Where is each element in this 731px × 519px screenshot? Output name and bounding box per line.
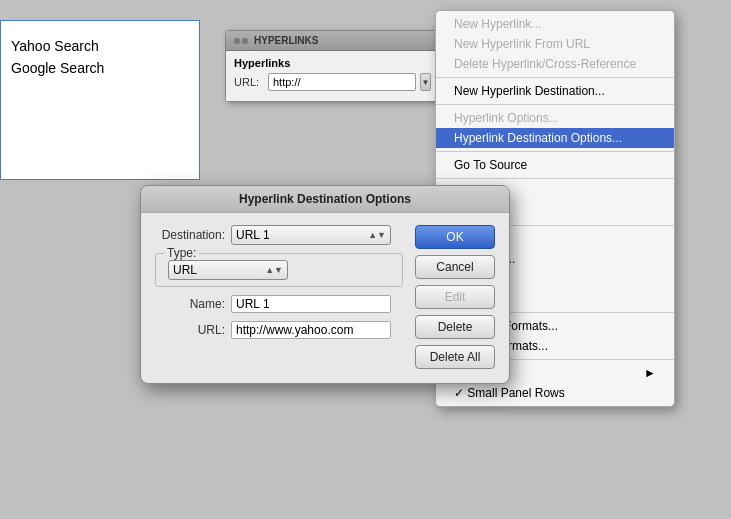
- panel-body: Hyperlinks URL: ▼: [226, 51, 439, 101]
- panel-url-label: URL:: [234, 76, 264, 88]
- type-legend-label: Type:: [164, 246, 199, 260]
- panel-title: HYPERLINKS: [254, 35, 318, 46]
- cancel-label: Cancel: [436, 260, 473, 274]
- dialog-form: Destination: URL 1 ▲▼ Type: URL ▲▼ Name:: [155, 225, 403, 369]
- menu-item-new-hyperlink[interactable]: New Hyperlink...: [436, 14, 674, 34]
- edit-label: Edit: [445, 290, 466, 304]
- menu-divider-4: [436, 178, 674, 179]
- delete-button[interactable]: Delete: [415, 315, 495, 339]
- panel-select-arrow[interactable]: ▼: [420, 73, 431, 91]
- ok-button[interactable]: OK: [415, 225, 495, 249]
- dialog-destination-arrows: ▲▼: [368, 231, 386, 240]
- doc-line-2: Google Search: [11, 57, 189, 79]
- dialog-name-label: Name:: [155, 297, 225, 311]
- menu-check-icon: ✓: [454, 386, 467, 400]
- menu-divider-2: [436, 104, 674, 105]
- type-group: Type: URL ▲▼: [155, 253, 403, 287]
- submenu-arrow-icon: ►: [644, 366, 656, 380]
- panel-dot-2: [242, 38, 248, 44]
- delete-all-label: Delete All: [430, 350, 481, 364]
- type-select[interactable]: URL ▲▼: [168, 260, 288, 280]
- menu-divider-1: [436, 77, 674, 78]
- menu-item-new-hyperlink-url[interactable]: New Hyperlink From URL: [436, 34, 674, 54]
- hyperlinks-panel: HYPERLINKS Hyperlinks URL: ▼: [225, 30, 440, 102]
- menu-item-new-destination[interactable]: New Hyperlink Destination...: [436, 81, 674, 101]
- menu-divider-3: [436, 151, 674, 152]
- document-content: Yahoo Search Google Search: [1, 21, 199, 94]
- dialog-buttons: OK Cancel Edit Delete Delete All: [415, 225, 495, 369]
- ok-label: OK: [446, 230, 463, 244]
- edit-button[interactable]: Edit: [415, 285, 495, 309]
- menu-item-small-panel-rows[interactable]: ✓ Small Panel Rows: [436, 383, 674, 403]
- type-row: URL ▲▼: [164, 260, 394, 280]
- menu-item-hyperlink-options: Hyperlink Options...: [436, 108, 674, 128]
- menu-item-destination-options[interactable]: Hyperlink Destination Options...: [436, 128, 674, 148]
- doc-line-1: Yahoo Search: [11, 35, 189, 57]
- panel-titlebar: HYPERLINKS: [226, 31, 439, 51]
- dialog-titlebar: Hyperlink Destination Options: [141, 186, 509, 213]
- dialog-name-row: Name:: [155, 295, 403, 313]
- dialog-destination-value: URL 1: [236, 228, 270, 242]
- dialog: Hyperlink Destination Options Destinatio…: [140, 185, 510, 384]
- menu-item-go-to-source[interactable]: Go To Source: [436, 155, 674, 175]
- dialog-body: Destination: URL 1 ▲▼ Type: URL ▲▼ Name:: [141, 213, 509, 383]
- delete-all-button[interactable]: Delete All: [415, 345, 495, 369]
- panel-close-dots: [234, 38, 248, 44]
- menu-item-small-panel-rows-label: Small Panel Rows: [467, 386, 564, 400]
- document-area: Yahoo Search Google Search: [0, 20, 200, 180]
- panel-url-input[interactable]: [268, 73, 416, 91]
- type-value: URL: [173, 263, 197, 277]
- panel-url-row: URL: ▼: [234, 73, 431, 91]
- panel-label: Hyperlinks: [234, 57, 431, 69]
- type-arrows: ▲▼: [265, 266, 283, 275]
- dialog-destination-select[interactable]: URL 1 ▲▼: [231, 225, 391, 245]
- dialog-url-label: URL:: [155, 323, 225, 337]
- dialog-destination-label: Destination:: [155, 228, 225, 242]
- dialog-title: Hyperlink Destination Options: [239, 192, 411, 206]
- panel-dot-1: [234, 38, 240, 44]
- menu-item-delete-hyperlink: Delete Hyperlink/Cross-Reference: [436, 54, 674, 74]
- dialog-destination-row: Destination: URL 1 ▲▼: [155, 225, 403, 245]
- dialog-url-input[interactable]: [231, 321, 391, 339]
- dialog-url-row: URL:: [155, 321, 403, 339]
- delete-label: Delete: [438, 320, 473, 334]
- cancel-button[interactable]: Cancel: [415, 255, 495, 279]
- dialog-name-input[interactable]: [231, 295, 391, 313]
